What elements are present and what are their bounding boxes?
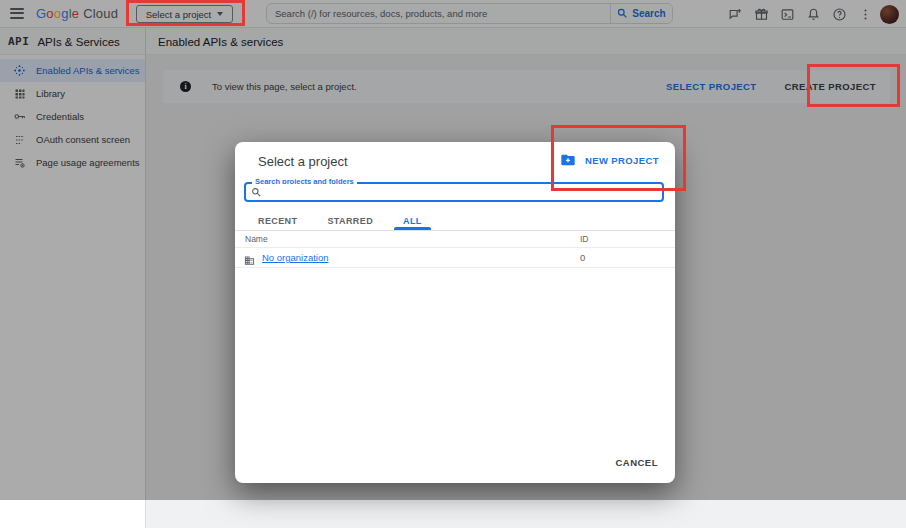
tab-recent[interactable]: RECENT [243, 212, 312, 229]
tab-starred[interactable]: STARRED [312, 212, 388, 229]
tab-all[interactable]: ALL [388, 212, 437, 229]
column-header-id: ID [580, 234, 589, 244]
column-header-name: Name [245, 234, 268, 244]
dialog-title: Select a project [258, 154, 348, 169]
project-id: 0 [580, 252, 585, 263]
project-search-input[interactable] [266, 184, 656, 200]
google-cloud-console: API APIs & Services Enabled APIs & servi… [0, 0, 906, 528]
search-icon [251, 187, 262, 198]
new-project-button[interactable]: NEW PROJECT [560, 152, 659, 168]
row-divider [235, 267, 675, 268]
new-project-label: NEW PROJECT [585, 155, 659, 166]
table-row[interactable]: No organization 0 [235, 248, 675, 267]
select-project-dialog: Select a project NEW PROJECT Search proj… [235, 142, 675, 483]
cancel-button[interactable]: CANCEL [615, 457, 658, 468]
dialog-tabs: RECENT STARRED ALL [243, 212, 437, 229]
project-search-field: Search projects and folders [244, 182, 664, 202]
new-folder-icon [560, 152, 576, 168]
project-link-no-organization[interactable]: No organization [262, 252, 329, 263]
tabs-divider [235, 230, 675, 231]
